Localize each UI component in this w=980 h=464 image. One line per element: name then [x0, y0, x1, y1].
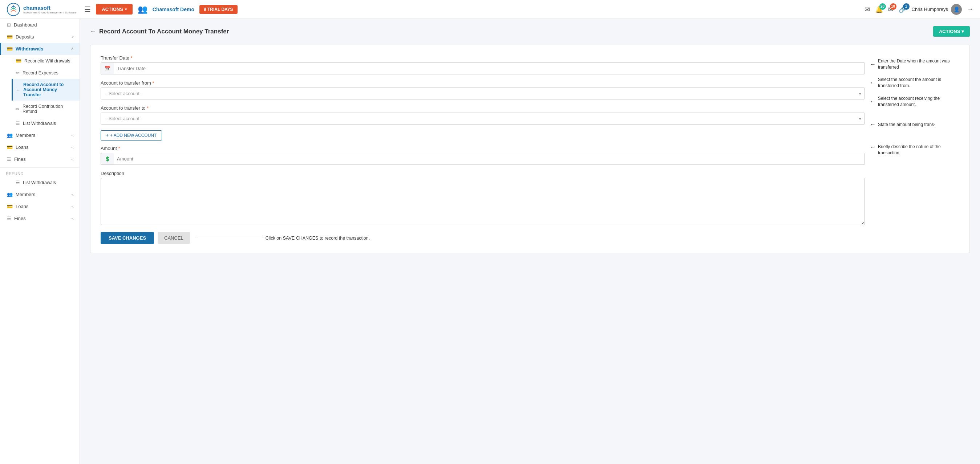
annotation-arrow-1: ← — [870, 61, 876, 68]
account-to-select[interactable]: --Select account-- — [100, 113, 865, 124]
avatar-icon: 👤 — [953, 6, 960, 12]
sidebar-divider — [0, 167, 80, 168]
actions-button[interactable]: ACTIONS ▾ — [96, 4, 132, 14]
hamburger-icon[interactable]: ☰ — [84, 5, 91, 14]
account-from-select[interactable]: --Select account-- — [100, 87, 865, 100]
fines-icon: ☰ — [7, 156, 11, 162]
annotation-account-from: ← Select the account the amount is trans… — [870, 73, 959, 92]
list-icon-2: ☰ — [16, 180, 20, 185]
transfer-icon: ← — [16, 87, 20, 92]
sidebar-item-record-expenses[interactable]: ✏ Record Expenses — [12, 67, 80, 79]
user-area[interactable]: Chris Humphreys 👤 — [912, 4, 962, 15]
messages-badge: 10 — [890, 3, 896, 10]
description-group: Description — [100, 171, 865, 226]
sidebar-item-deposits[interactable]: 💳 Deposits < — [0, 31, 80, 43]
user-avatar: 👤 — [951, 4, 962, 15]
description-textarea[interactable] — [100, 178, 865, 225]
fines-icon-2: ☰ — [7, 216, 11, 221]
logo-area: chamasoft Investment Group Management So… — [6, 3, 76, 16]
logo-icon — [6, 3, 20, 16]
dashboard-icon: ⊞ — [7, 22, 11, 28]
sidebar-item-reconcile-withdrawals[interactable]: 💳 Reconcile Withdrawals — [12, 55, 80, 67]
loans-icon-2: 💳 — [7, 204, 13, 209]
sidebar: ⊞ Dashboard 💳 Deposits < 💳 Withdrawals ∧… — [0, 19, 80, 464]
sidebar-item-list-withdrawals-2[interactable]: ☰ List Withdrawals — [12, 176, 80, 188]
annotation-account-to: ← Select the account receiving the trans… — [870, 92, 959, 111]
sidebar-item-record-transfer[interactable]: ← Record Account to Account Money Transf… — [12, 79, 80, 100]
main-content: ← Record Account To Account Money Transf… — [80, 19, 980, 464]
refund-icon: ✏ — [16, 106, 20, 112]
messages-btn[interactable]: ✉ 10 — [888, 5, 894, 13]
sidebar-item-withdrawals[interactable]: 💳 Withdrawals ∧ — [0, 43, 80, 55]
page-actions-button[interactable]: ACTIONS ▾ — [933, 26, 970, 37]
amount-input[interactable] — [100, 153, 865, 165]
add-account-button[interactable]: + + ADD NEW ACCOUNT — [100, 130, 162, 140]
sidebar-item-loans-2[interactable]: 💳 Loans < — [0, 200, 80, 212]
account-to-label: Account to transfer to * — [100, 105, 865, 111]
sidebar-item-label: Reconcile Withdrawals — [24, 59, 70, 64]
email-icon: ✉ — [864, 5, 870, 13]
amount-group: Amount * 💲 — [100, 146, 865, 165]
account-from-label: Account to transfer from * — [100, 80, 865, 86]
chevron-right-icon2: < — [72, 133, 74, 138]
sidebar-item-dashboard[interactable]: ⊞ Dashboard — [0, 19, 80, 31]
sidebar-item-label: Loans — [16, 145, 28, 150]
annotation-arrow-3: ← — [870, 99, 876, 105]
members-icon: 👥 — [7, 132, 13, 138]
notifications-btn[interactable]: 🔔 20 — [875, 5, 883, 13]
topnav: chamasoft Investment Group Management So… — [0, 0, 980, 19]
svg-marker-3 — [10, 10, 17, 12]
svg-point-0 — [7, 3, 20, 15]
sidebar-item-label: Record Expenses — [22, 70, 59, 76]
withdrawals-submenu: 💳 Reconcile Withdrawals ✏ Record Expense… — [0, 55, 80, 129]
sidebar-item-label: Withdrawals — [16, 46, 43, 52]
sidebar-item-label: Members — [16, 192, 35, 197]
sidebar-item-label: Dashboard — [14, 22, 37, 28]
annotation-arrow-4: ← — [870, 121, 876, 128]
form-with-annotations: Transfer Date * 📅 Account to transfer fr… — [100, 55, 959, 244]
description-label: Description — [100, 171, 865, 176]
sidebar-item-label: Record Account to Account Money Transfer — [23, 82, 74, 97]
save-button[interactable]: SAVE CHANGES — [100, 232, 154, 244]
page-header: ← Record Account To Account Money Transf… — [90, 26, 970, 37]
sidebar-item-fines[interactable]: ☰ Fines < — [0, 153, 80, 165]
account-to-wrapper: --Select account-- ▾ — [100, 113, 865, 124]
page-title: ← Record Account To Account Money Transf… — [90, 28, 229, 35]
form-actions: SAVE CHANGES CANCEL Click on SAVE CHANGE… — [100, 232, 865, 244]
sidebar-item-label: Deposits — [16, 34, 34, 40]
form-area: Transfer Date * 📅 Account to transfer fr… — [100, 55, 865, 244]
account-from-wrapper: --Select account-- ▾ — [100, 87, 865, 100]
sidebar-item-label: Loans — [16, 204, 28, 209]
loans-icon: 💳 — [7, 145, 13, 150]
add-account-label: + ADD NEW ACCOUNT — [110, 133, 157, 138]
notifications-badge: 20 — [880, 3, 886, 10]
sidebar-item-label: Members — [16, 132, 35, 138]
links-btn[interactable]: 🔗 1 — [899, 5, 907, 13]
withdrawals-icon: 💳 — [7, 46, 13, 52]
amount-label: Amount * — [100, 146, 865, 151]
page-actions-label: ACTIONS ▾ — [939, 29, 964, 34]
account-from-group: Account to transfer from * --Select acco… — [100, 80, 865, 100]
sidebar-item-fines-2[interactable]: ☰ Fines < — [0, 212, 80, 224]
sidebar-item-label: Fines — [14, 156, 26, 162]
annotation-line — [197, 238, 262, 238]
email-nav-btn[interactable]: ✉ — [864, 5, 870, 13]
sidebar-item-label: List Withdrawals — [23, 121, 56, 126]
trial-badge: 9 TRIAL DAYS — [199, 5, 237, 14]
sidebar-item-members-2[interactable]: 👥 Members < — [0, 188, 80, 200]
refund-submenu: ☰ List Withdrawals — [0, 176, 80, 188]
logout-icon[interactable]: → — [967, 5, 974, 13]
logo-text: chamasoft Investment Group Management So… — [23, 5, 76, 14]
transfer-date-input[interactable] — [100, 62, 865, 75]
sidebar-item-record-contribution-refund[interactable]: ✏ Record Contribution Refund — [12, 100, 80, 117]
transfer-date-group: Transfer Date * 📅 — [100, 55, 865, 75]
sidebar-item-loans[interactable]: 💳 Loans < — [0, 141, 80, 153]
save-annotation-line: Click on SAVE CHANGES to record the tran… — [197, 232, 370, 244]
sidebar-item-list-withdrawals[interactable]: ☰ List Withdrawals — [12, 117, 80, 129]
cancel-button[interactable]: CANCEL — [158, 232, 190, 244]
annotation-text-2: Select the account the amount is transfe… — [878, 76, 959, 89]
sidebar-item-members[interactable]: 👥 Members < — [0, 129, 80, 141]
user-name: Chris Humphreys — [912, 6, 948, 12]
list-icon: ☰ — [16, 121, 20, 126]
nav-right: ✉ 🔔 20 ✉ 10 🔗 1 Chris Humphreys 👤 → — [864, 4, 974, 15]
